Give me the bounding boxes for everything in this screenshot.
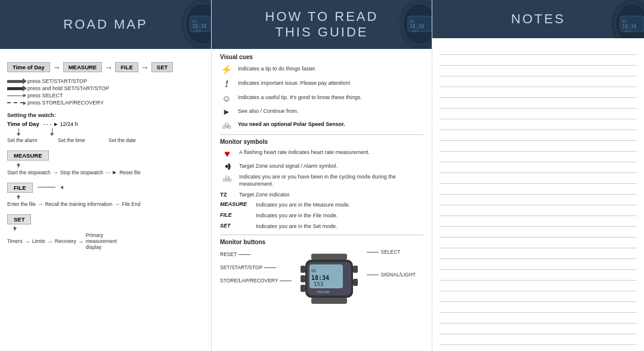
visual-cues-title: Visual cues [220,54,423,60]
sym-row-2: ●)) Target Zone sound signal / Alarm sym… [220,162,423,170]
note-line [439,334,637,345]
note-line [439,291,637,302]
right-header: 01 18:34 153 NOTES [432,0,644,38]
cue-text-5: You need an optional Polar Speed Sensor. [238,121,345,128]
svg-text:153: 153 [624,29,631,33]
left-header-watch: 01 18:34 153 [145,0,211,49]
note-line [439,87,637,98]
store-label-line: STORE/LAP/RECOVERY [220,278,292,284]
cue-row-4: ► See also / Continue from. [220,106,423,117]
sym-text-set: Indicates you are in the Set mode. [256,223,338,230]
flow-set: SET [151,62,173,72]
cue-row-1: ⚡ Indicates a tip to do things faster. [220,64,423,76]
middle-title-1: HOW TO READ [265,9,379,24]
legend-item-1: press SET/START/STOP [7,78,204,84]
setstart-line [264,267,276,268]
note-line [439,238,637,248]
flow-time: Time of Day [7,62,50,72]
note-line [439,66,637,76]
middle-content: Visual cues ⚡ Indicates a tip to do thin… [212,49,432,351]
exclamation-icon: ! [220,79,233,89]
visual-cues-section: Visual cues ⚡ Indicates a tip to do thin… [220,54,423,130]
setstart-label: SET/START/STOP [220,264,262,270]
note-line [439,76,637,87]
measure-down-arrow [17,164,20,167]
note-line [439,281,637,291]
svg-text:01: 01 [622,19,627,24]
legend: press SET/START/STOP press and hold SET/… [7,78,204,106]
note-line [439,98,637,109]
middle-header: 01 18:34 153 HOW TO READ THIS GUIDE [212,0,432,49]
svg-text:153: 153 [194,29,201,33]
reset-label: RESET [220,251,237,257]
note-line [439,162,637,173]
tz-label: TZ [220,191,234,198]
select-label-line: SELECT [367,249,416,255]
select-label: SELECT [380,249,400,255]
reset-label-line: RESET [220,251,292,257]
tod-flow-line: Time of Day - - - ► 12/24 h [7,121,204,127]
play-icon: ► [220,107,233,116]
monitor-buttons-section: RESET SET/START/STOP STORE/LAP/RECOVERY [220,249,423,309]
left-title: ROAD MAP [63,17,147,32]
set-label: SET [220,223,251,229]
right-header-watch: 01 18:34 153 [575,0,644,38]
svg-rect-24 [301,285,305,292]
note-line [439,313,637,324]
sym-text-measure: Indicates you are in the Measure mode. [256,201,350,209]
smiley-icon: ☺ [220,94,233,103]
main-flow: Time of Day MEASURE FILE SET [7,62,204,72]
note-line [439,270,637,281]
v-arrowhead-2 [50,133,54,136]
cue-row-5: 🚲 You need an optional Polar Speed Senso… [220,119,423,130]
svg-text:153: 153 [412,29,419,33]
left-content: Time of Day MEASURE FILE SET press SET/S… [0,49,211,351]
heart-icon: ♥ [220,149,234,159]
sym-row-3: 🚲 Indicates you are or you have been in … [220,173,423,188]
sym-text-3: Indicates you are or you have been in th… [239,173,423,188]
file-down-arrow [17,196,20,199]
svg-text:01: 01 [410,19,414,24]
sym-row-1: ♥ A flashing heart rate indicates heart … [220,149,423,159]
setting-label: Setting the watch: [7,112,204,118]
sym-row-tz: TZ Target Zone indicator. [220,191,423,199]
note-line [439,302,637,313]
left-panel: 01 18:34 153 ROAD MAP Time of Day MEASUR… [0,0,212,351]
left-button-labels: RESET SET/START/STOP STORE/LAP/RECOVERY [220,249,292,284]
svg-text:01: 01 [192,19,197,24]
arrow-solid-large [7,80,24,83]
measure-steps: Start the stopwatch → Stop the stopwatch… [7,169,204,176]
down-arrows [17,128,204,136]
flow-arrow-1 [52,63,61,72]
flow-measure: MEASURE [63,62,103,72]
legend-item-3: press SELECT [7,93,204,98]
note-line [439,227,637,238]
bike-icon-2: 🚲 [220,173,234,182]
flow-arrow-3 [141,63,149,72]
monitor-symbols-section: Monitor symbols ♥ A flashing heart rate … [220,138,423,230]
svg-rect-22 [301,266,305,273]
note-line [439,44,637,55]
left-header: 01 18:34 153 ROAD MAP [0,0,211,49]
svg-text:01: 01 [311,269,316,273]
note-line [439,173,637,184]
monitor-buttons-title: Monitor buttons [220,239,423,245]
select-line [367,252,379,253]
svg-rect-12 [311,254,347,260]
svg-text:18:34: 18:34 [311,275,329,281]
sound-icon: ●)) [220,162,234,170]
sym-row-file: FILE Indicates you are in the File mode. [220,212,423,220]
legend-item-2: press and hold SET/START/STOP [7,85,204,91]
bike-icon-1: 🚲 [220,121,233,128]
svg-rect-21 [353,279,358,286]
sym-text-2: Target Zone sound signal / Alarm symbol. [239,162,338,170]
note-line [439,324,637,334]
divider-1 [220,134,423,135]
middle-panel: 01 18:34 153 HOW TO READ THIS GUIDE Visu… [212,0,432,351]
note-line [439,141,637,152]
note-line [439,205,637,216]
set-steps: Timers → Limits → Recovery → Primary mea… [7,232,204,251]
notes-title: NOTES [511,11,565,27]
file-arrow-left [60,186,63,189]
v-arrowhead-1 [17,133,20,136]
